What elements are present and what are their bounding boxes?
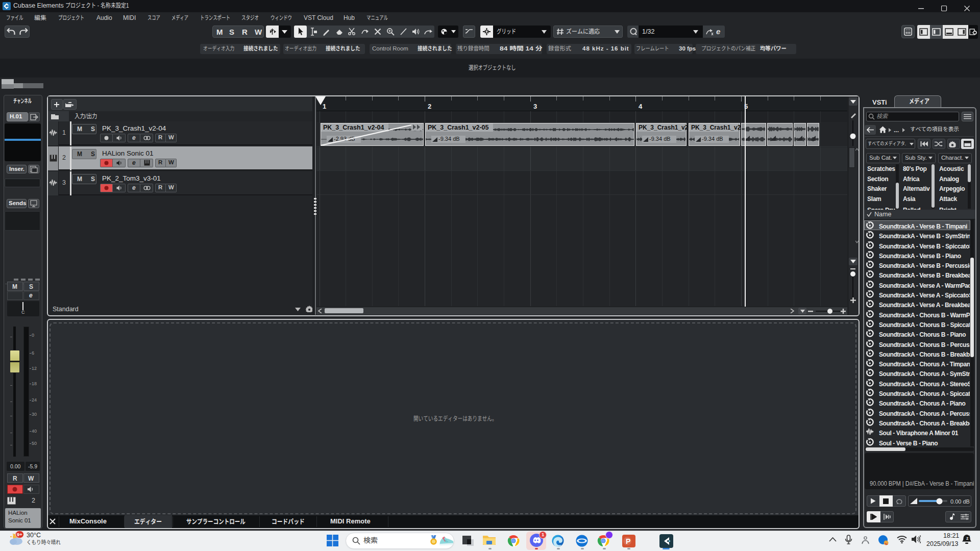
svg-text:z: z [968,535,970,538]
svg-text:P: P [626,537,630,545]
